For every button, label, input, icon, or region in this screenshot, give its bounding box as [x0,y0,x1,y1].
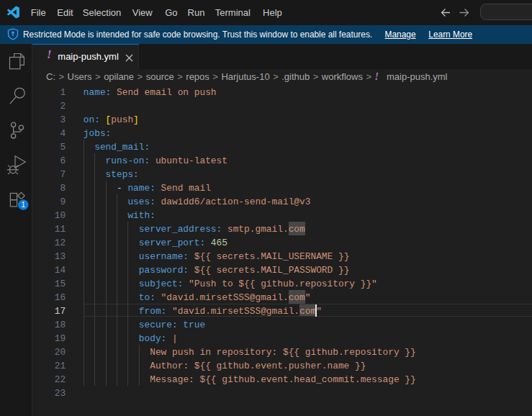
svg-text:1: 1 [22,201,26,209]
